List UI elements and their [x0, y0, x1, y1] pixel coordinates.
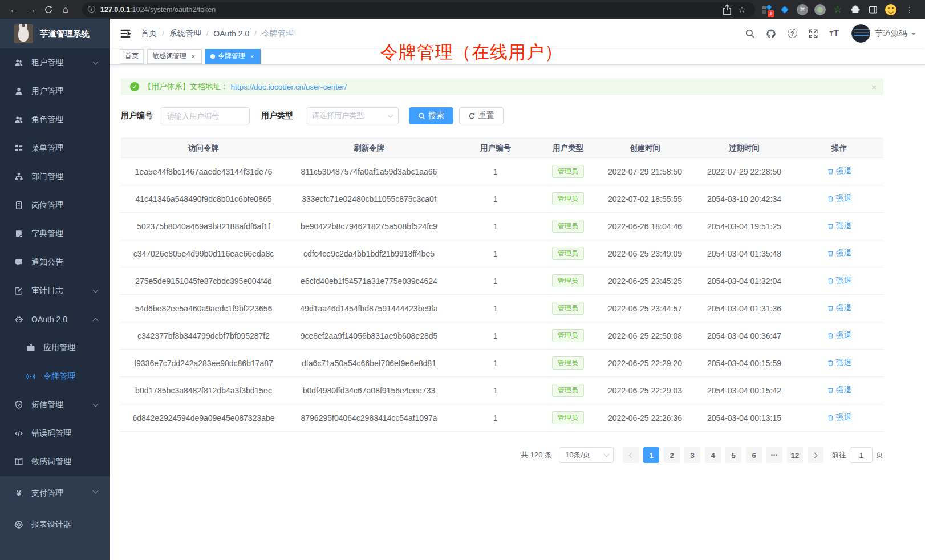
page-button-5[interactable]: 5	[725, 447, 741, 463]
font-size-icon[interactable]: TT	[826, 25, 843, 42]
user-menu[interactable]: 芋道源码	[851, 24, 916, 43]
browser-profile-avatar[interactable]	[885, 3, 897, 16]
force-logout-button[interactable]: 强退	[827, 385, 851, 395]
tab-close-icon[interactable]: ×	[249, 53, 255, 60]
extension-record-icon[interactable]	[814, 3, 826, 16]
extension-grid-icon[interactable]: 9	[761, 3, 773, 16]
breadcrumb-item[interactable]: 首页	[141, 29, 157, 39]
sidebar-item-sensitive[interactable]: 敏感词管理	[0, 448, 110, 476]
user_id-cell: 1	[452, 158, 539, 185]
sidebar-item-notice[interactable]: 通知公告	[0, 248, 110, 277]
force-logout-button[interactable]: 强退	[827, 358, 851, 368]
breadcrumb-separator: /	[254, 29, 257, 38]
search-icon[interactable]	[741, 25, 758, 42]
browser-forward-button[interactable]: →	[23, 2, 40, 17]
extension-star-icon[interactable]: ☆	[831, 3, 844, 16]
goto-page-input[interactable]	[850, 447, 873, 463]
expired-cell: 2054-03-04 00:15:42	[693, 377, 795, 404]
broadcast-icon	[26, 372, 35, 381]
user-type-cell: 管理员	[539, 404, 597, 432]
tab-首页[interactable]: 首页	[120, 49, 144, 64]
alert-doc-link[interactable]: https://doc.iocoder.cn/user-center/	[231, 83, 347, 91]
tab-敏感词管理[interactable]: 敏感词管理×	[147, 49, 202, 64]
table-row: 6d842e2924594de9a09e45e087323abe8796295f…	[121, 404, 883, 432]
chevron-right-icon	[812, 452, 818, 458]
pagination-ellipsis[interactable]: •••	[766, 447, 782, 463]
refresh-cell: cdfc4ce9c2da4bb1bdf21b9918ff4be5	[286, 240, 452, 267]
user-id-label: 用户编号	[121, 111, 153, 121]
tab-令牌管理[interactable]: 令牌管理×	[205, 49, 261, 64]
breadcrumb-item[interactable]: 系统管理	[169, 29, 201, 39]
user-type-badge: 管理员	[552, 192, 584, 205]
sidebar-item-audit-log[interactable]: 审计日志	[0, 277, 110, 305]
page-button-4[interactable]: 4	[705, 447, 721, 463]
force-logout-button[interactable]: 强退	[827, 303, 851, 313]
force-logout-button[interactable]: 强退	[827, 166, 851, 176]
sidebar-item-dept[interactable]: 部门管理	[0, 163, 110, 191]
sidebar-item-error-code[interactable]: 错误码管理	[0, 419, 110, 448]
sidebar-item-pay[interactable]: ¥支付管理	[0, 477, 110, 509]
expired-cell: 2022-07-29 22:28:50	[693, 158, 795, 185]
force-logout-button[interactable]: 强退	[827, 275, 851, 286]
help-icon[interactable]: ?	[784, 25, 801, 42]
page-button-1[interactable]: 1	[643, 447, 659, 463]
sidebar-item-report[interactable]: 报表设计器	[0, 509, 110, 540]
access-cell: c342377bf8b344799dcbf7bf095287f2	[121, 322, 286, 350]
browser-reload-button[interactable]	[40, 2, 57, 17]
search-button[interactable]: 搜索	[409, 107, 453, 124]
bookmark-star-icon[interactable]: ☆	[735, 3, 749, 16]
page-button-3[interactable]: 3	[684, 447, 700, 463]
extension-command-icon[interactable]: ⌘	[796, 3, 809, 16]
reset-button[interactable]: 重置	[459, 107, 504, 124]
site-info-icon[interactable]: ⓘ	[88, 5, 95, 15]
force-logout-button[interactable]: 强退	[827, 221, 851, 231]
breadcrumb-item[interactable]: OAuth 2.0	[213, 29, 249, 38]
page-button-2[interactable]: 2	[664, 447, 680, 463]
sidebar-item-tenant[interactable]: 租户管理	[0, 48, 110, 77]
action-cell: 强退	[795, 185, 883, 213]
page-button-12[interactable]: 12	[787, 447, 803, 463]
previous-page-button[interactable]	[623, 447, 639, 463]
sidebar-item-post[interactable]: 岗位管理	[0, 191, 110, 220]
browser-menu-icon[interactable]: ⋮	[906, 6, 914, 14]
app-logo[interactable]: 芋道管理系统	[0, 19, 110, 48]
share-icon[interactable]	[720, 3, 735, 16]
user-type-select[interactable]: 请选择用户类型	[306, 107, 399, 124]
browser-back-button[interactable]: ←	[6, 2, 23, 17]
next-page-button[interactable]	[808, 447, 823, 463]
sidebar-item-menu[interactable]: 菜单管理	[0, 134, 110, 163]
sidebar-item-oauth2-token[interactable]: 令牌管理	[0, 362, 110, 391]
extension-gem-icon[interactable]	[778, 3, 791, 16]
extension-badge: 9	[768, 10, 774, 17]
sidebar-item-role[interactable]: 角色管理	[0, 105, 110, 134]
user-type-badge: 管理员	[552, 247, 584, 260]
user-type-placeholder: 请选择用户类型	[312, 111, 364, 121]
sidebar-item-user[interactable]: 用户管理	[0, 77, 110, 105]
alert-close-icon[interactable]: ×	[871, 82, 877, 92]
fullscreen-icon[interactable]	[805, 25, 822, 42]
sidebar-item-oauth2-app[interactable]: 应用管理	[0, 334, 110, 362]
collapse-sidebar-icon[interactable]	[119, 27, 132, 40]
browser-home-button[interactable]: ⌂	[57, 2, 74, 17]
success-alert: ✓ 【用户体系】文档地址： https://doc.iocoder.cn/use…	[121, 78, 883, 95]
force-logout-button[interactable]: 强退	[827, 412, 851, 423]
reset-button-label: 重置	[478, 111, 494, 121]
sidebar-item-dict[interactable]: 字典管理	[0, 220, 110, 248]
force-logout-button[interactable]: 强退	[827, 330, 851, 340]
address-bar[interactable]: ⓘ 127.0.0.1:1024/system/oauth2/token ☆	[82, 2, 755, 17]
side-panel-icon[interactable]	[867, 3, 879, 16]
extensions-puzzle-icon[interactable]	[849, 3, 862, 16]
trash-icon	[827, 387, 834, 394]
tab-close-icon[interactable]: ×	[190, 53, 197, 60]
user-type-cell: 管理员	[539, 158, 597, 185]
page-size-select[interactable]: 10条/页	[559, 447, 614, 463]
user-id-input[interactable]	[160, 107, 250, 124]
sidebar-item-oauth2[interactable]: OAuth 2.0	[0, 305, 110, 334]
page-button-6[interactable]: 6	[746, 447, 762, 463]
chevron-down-icon	[93, 59, 99, 65]
force-logout-button[interactable]: 强退	[827, 193, 851, 204]
force-logout-button[interactable]: 强退	[827, 248, 851, 258]
sidebar-item-sms[interactable]: 短信管理	[0, 391, 110, 419]
search-button-label: 搜索	[428, 111, 444, 121]
github-icon[interactable]	[762, 25, 780, 42]
